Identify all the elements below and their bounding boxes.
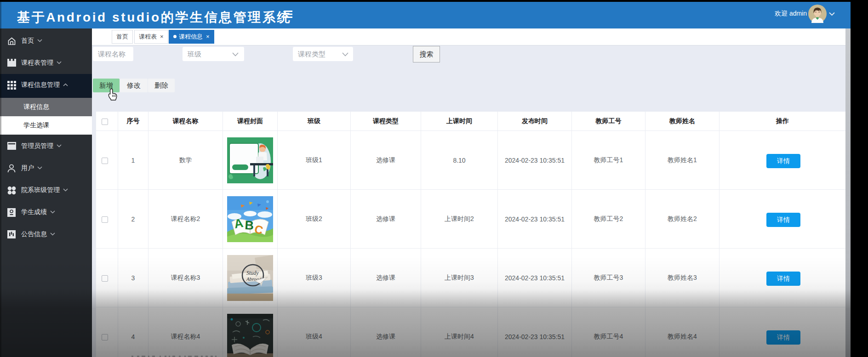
svg-text:B: B xyxy=(245,218,254,232)
svg-text:Study: Study xyxy=(246,270,259,276)
